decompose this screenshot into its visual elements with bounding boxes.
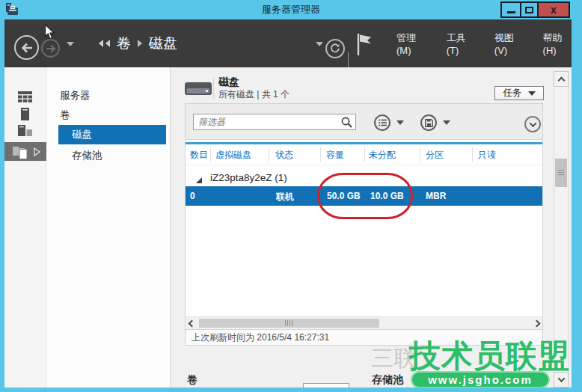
window-controls: x — [502, 1, 570, 18]
breadcrumb-root[interactable]: 卷 — [117, 34, 131, 53]
history-dropdown-caret[interactable] — [67, 42, 74, 46]
brand-url-text: www.jsgho.com — [428, 373, 533, 386]
group-label[interactable]: iZ23pta8y2eZ (1) — [210, 172, 287, 183]
sidebar-item-local-server[interactable] — [21, 108, 30, 123]
chevron-right-icon — [138, 40, 142, 47]
disk-drive-icon — [185, 80, 212, 100]
column-header-status[interactable]: 状态 — [275, 149, 293, 162]
expand-arrow-icon — [34, 147, 40, 156]
tasks-dropdown-caret — [528, 91, 536, 96]
refresh-icon — [330, 43, 340, 54]
group-collapse-triangle[interactable] — [196, 177, 202, 183]
scroll-left-button[interactable] — [186, 317, 197, 329]
thumb-grip — [285, 320, 292, 326]
column-header-capacity[interactable]: 容量 — [326, 149, 344, 162]
navbar-separator — [348, 52, 349, 69]
flag-icon — [356, 33, 374, 57]
cell-status: 联机 — [276, 191, 294, 203]
column-header-unallocated[interactable]: 未分配 — [369, 149, 396, 162]
minimize-icon — [507, 11, 515, 13]
minimize-button[interactable] — [500, 1, 521, 18]
scroll-right-button[interactable] — [530, 317, 542, 329]
scroll-up-button[interactable] — [554, 71, 569, 87]
section-storage-pools[interactable]: 存储池 — [372, 373, 403, 387]
close-button[interactable]: x — [537, 1, 570, 18]
filter-list-caret[interactable] — [396, 120, 404, 125]
chevron-right-icon — [533, 319, 540, 327]
red-annotation-ellipse — [317, 173, 413, 219]
sidebar-item-dashboard[interactable] — [18, 91, 32, 105]
sidebar-item-disks[interactable]: 磁盘 — [58, 125, 166, 144]
header-underline — [186, 165, 542, 165]
window-title: 服务器管理器 — [0, 0, 582, 19]
filter-input[interactable] — [193, 114, 356, 130]
chevron-left-icon — [99, 40, 103, 47]
window-frame-right — [572, 19, 582, 392]
refresh-button[interactable] — [325, 39, 345, 58]
back-arrow-icon — [20, 42, 34, 54]
cell-partition: MBR — [426, 191, 446, 201]
menu-help[interactable]: 帮助(H) — [543, 31, 572, 56]
column-divider — [210, 147, 211, 162]
sidebar-item-servers[interactable]: 服务器 — [60, 89, 91, 102]
forward-arrow-icon — [46, 44, 56, 53]
menu-tools[interactable]: 工具(T) — [447, 31, 474, 56]
thumb-grip — [558, 170, 564, 177]
section-volumes[interactable]: 卷 — [187, 373, 197, 387]
file-storage-icon — [13, 144, 29, 159]
sidebar-item-file-storage-services[interactable] — [4, 142, 46, 161]
chevron-left-icon — [188, 319, 195, 327]
horizontal-scrollbar[interactable] — [186, 316, 542, 329]
menu-bar: 管理(M) 工具(T) 视图(V) 帮助(H) — [396, 19, 572, 67]
save-icon — [425, 119, 433, 127]
disks-table — [186, 144, 542, 316]
column-divider — [472, 147, 473, 162]
column-header-number[interactable]: 数目 — [190, 149, 208, 162]
panel-subtitle: 所有磁盘 | 共 1 个 — [218, 88, 290, 101]
navigation-bar: 卷 磁盘 管理(M) 工具(T) 视图(V) 帮助(H) — [4, 19, 572, 67]
save-query-caret[interactable] — [443, 120, 450, 125]
maximize-button[interactable] — [520, 1, 539, 18]
local-server-icon — [21, 108, 30, 120]
menu-manage[interactable]: 管理(M) — [396, 31, 426, 56]
horizontal-scroll-thumb[interactable] — [199, 319, 379, 328]
last-refresh-text: 上次刷新时间为 2016/5/4 16:27:31 — [192, 331, 329, 344]
all-servers-icon — [18, 125, 32, 139]
chevron-down-icon — [529, 120, 536, 127]
sidebar-item-all-servers[interactable] — [18, 125, 32, 142]
column-divider — [420, 147, 420, 162]
save-query-button[interactable] — [420, 114, 437, 131]
dashboard-icon — [18, 91, 32, 102]
column-header-virtual-disk[interactable]: 虚拟磁盘 — [215, 149, 251, 162]
filter-list-button[interactable] — [374, 114, 390, 131]
column-header-partition[interactable]: 分区 — [426, 149, 444, 162]
brand-url-pill: www.jsgho.com — [411, 371, 550, 388]
tasks-button[interactable]: 任务 — [494, 86, 544, 100]
column-header-readonly[interactable]: 只读 — [478, 149, 496, 162]
chevron-up-icon — [557, 77, 565, 85]
sidebar-item-volumes[interactable]: 卷 — [60, 108, 70, 122]
breadcrumb: 卷 磁盘 — [99, 19, 177, 67]
list-icon — [379, 119, 387, 126]
server-manager-window: 服务器管理器 x 卷 磁盘 — [0, 0, 582, 392]
sidebar-item-storage-pools[interactable]: 存储池 — [72, 149, 102, 162]
maximize-icon — [525, 7, 533, 13]
notifications-flag-button[interactable] — [356, 33, 374, 60]
title-bar: 服务器管理器 x — [0, 0, 582, 19]
tasks-button-label: 任务 — [503, 87, 522, 99]
sidebar-item-disks-label: 磁盘 — [72, 128, 92, 141]
breadcrumb-current: 磁盘 — [149, 34, 177, 53]
back-button[interactable] — [14, 35, 39, 60]
column-divider — [320, 147, 321, 162]
window-frame-bottom — [0, 388, 582, 392]
search-icon[interactable] — [341, 117, 352, 131]
collapse-panel-button[interactable] — [524, 116, 541, 132]
panel-title: 磁盘 — [218, 76, 239, 89]
vertical-scroll-thumb[interactable] — [555, 159, 567, 187]
disks-panel: 数目 虚拟磁盘 状态 容量 未分配 分区 只读 iZ23pta8y2eZ (1)… — [185, 103, 543, 346]
breadcrumb-dropdown-caret[interactable] — [316, 42, 323, 46]
column-divider — [364, 147, 365, 162]
menu-view[interactable]: 视图(V) — [494, 31, 523, 56]
filter-toolbar — [186, 104, 542, 140]
mouse-cursor — [44, 24, 55, 43]
